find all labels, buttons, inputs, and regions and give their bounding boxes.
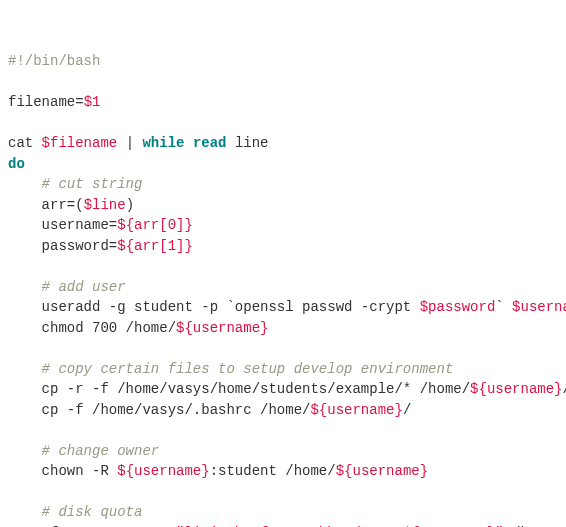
- arr1-expansion: ${arr[1]}: [117, 238, 193, 254]
- line-var: $line: [84, 197, 126, 213]
- arr-close: ): [126, 197, 134, 213]
- cp2-part-b: /: [403, 402, 411, 418]
- password-assign: password=: [42, 238, 118, 254]
- arr0-expansion: ${arr[0]}: [117, 217, 193, 233]
- chown-part-a: chown -R: [42, 463, 118, 479]
- cp2-part-a: cp -f /home/vasys/.bashrc /home/: [42, 402, 311, 418]
- do-keyword: do: [8, 156, 25, 172]
- username-expansion: ${username}: [470, 381, 562, 397]
- comment-copy: # copy certain files to setup develop en…: [42, 361, 454, 377]
- filename-var: $filename: [42, 135, 118, 151]
- username-expansion: ${username}: [336, 463, 428, 479]
- useradd-part-a: useradd -g student -p `openssl passwd -c…: [42, 299, 420, 315]
- comment-quota: # disk quota: [42, 504, 143, 520]
- shebang-line: #!/bin/bash: [8, 53, 100, 69]
- code-block: #!/bin/bash filename=$1 cat $filename | …: [8, 51, 558, 527]
- while-keyword: while: [142, 135, 184, 151]
- cp1-part-b: /: [563, 381, 566, 397]
- line-label: line: [226, 135, 268, 151]
- arr-assign: arr=(: [42, 197, 84, 213]
- comment-owner: # change owner: [42, 443, 160, 459]
- comment-add: # add user: [42, 279, 126, 295]
- cat-cmd: cat: [8, 135, 42, 151]
- username-expansion: ${username}: [176, 320, 268, 336]
- cp1-part-a: cp -r -f /home/vasys/home/students/examp…: [42, 381, 470, 397]
- assign-filename: filename=: [8, 94, 84, 110]
- username-assign: username=: [42, 217, 118, 233]
- username-expansion: ${username}: [310, 402, 402, 418]
- space: [184, 135, 192, 151]
- username-expansion: ${username}: [117, 463, 209, 479]
- chmod-part-a: chmod 700 /home/: [42, 320, 176, 336]
- useradd-part-b: `: [495, 299, 512, 315]
- comment-cut: # cut string: [42, 176, 143, 192]
- username-var: $username: [512, 299, 566, 315]
- pipe: |: [117, 135, 142, 151]
- read-keyword: read: [193, 135, 227, 151]
- password-var: $password: [420, 299, 496, 315]
- chown-part-b: :student /home/: [210, 463, 336, 479]
- positional-param: $1: [84, 94, 101, 110]
